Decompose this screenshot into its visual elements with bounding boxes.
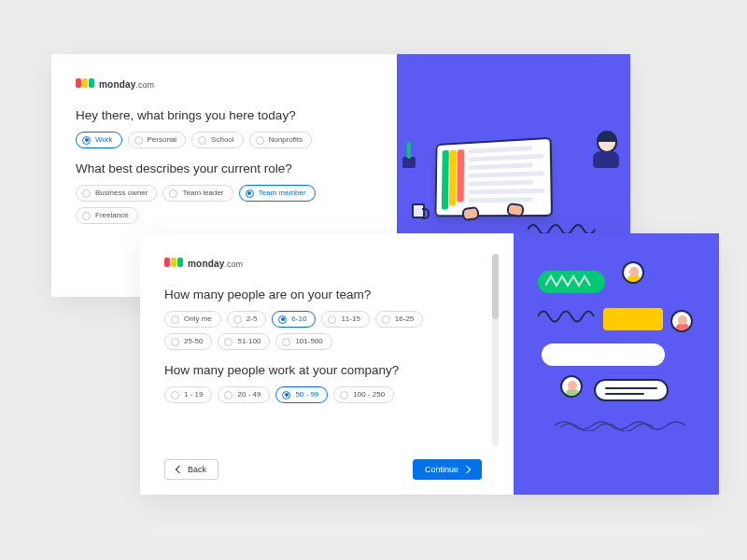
purpose-options: Work Personal School Nonprofits [76,132,373,148]
radio-icon [224,338,233,346]
radio-icon [82,212,91,220]
radio-icon [169,189,177,198]
option-16-25[interactable]: 16-25 [375,311,423,328]
radio-icon [171,315,179,324]
card-2-footer: Back Continue [164,459,482,480]
avatar-icon [560,375,583,398]
illustration-chat-avatars [514,233,719,495]
radio-icon [134,136,143,145]
radio-icon [171,391,179,399]
question-purpose: Hey there, what brings you here today? [76,108,373,122]
card-2-form-panel: monday.com How many people are on your t… [140,233,514,495]
option-11-15[interactable]: 11-15 [321,311,369,328]
chat-bubble-icon [603,308,663,330]
option-team-leader[interactable]: Team leader [162,185,233,202]
option-6-10[interactable]: 6-10 [272,311,316,328]
question-company-size: How many people work at your company? [164,363,482,377]
option-school[interactable]: School [191,132,243,148]
squiggle-icon [538,306,598,327]
option-25-50[interactable]: 25-50 [164,333,212,350]
radio-icon [382,315,390,324]
card-2-illustration-panel [514,233,719,495]
mug-icon [412,203,425,218]
onboarding-card-2: monday.com How many people are on your t… [140,233,719,495]
brand-logo-mark [76,78,94,88]
option-51-100[interactable]: 51-100 [218,333,270,350]
continue-button[interactable]: Continue [413,459,482,480]
chat-bubble-icon [542,343,665,366]
option-nonprofits[interactable]: Nonprofits [249,132,312,148]
option-business-owner[interactable]: Business owner [76,185,157,202]
radio-icon [282,391,290,399]
option-2-5[interactable]: 2-5 [227,311,267,328]
radio-icon [278,315,287,324]
radio-icon [171,338,179,346]
option-101-500[interactable]: 101-500 [275,333,331,350]
option-only-me[interactable]: Only me [164,311,221,328]
option-1-19[interactable]: 1 - 19 [164,386,212,403]
radio-icon [233,315,242,324]
role-options-row2: Freelance [76,207,373,224]
hand-icon [506,203,525,217]
zigzag-icon [545,274,601,289]
chevron-left-icon [176,465,182,474]
option-20-49[interactable]: 20 - 49 [218,386,270,403]
back-button[interactable]: Back [164,459,218,480]
avatar-icon [670,310,693,332]
scribble-icon [555,416,685,431]
option-work[interactable]: Work [76,132,122,148]
radio-icon [82,136,91,145]
scrollbar-track[interactable] [492,254,499,446]
scrollbar-thumb[interactable] [492,254,499,319]
role-options-row1: Business owner Team leader Team member [76,185,373,202]
radio-icon [340,391,348,399]
chat-bubble-lines-icon [594,379,669,401]
brand-logo-mark [164,258,183,267]
option-50-99[interactable]: 50 - 99 [275,386,328,403]
radio-icon [82,189,91,198]
radio-icon [282,338,290,346]
option-100-250[interactable]: 100 - 250 [333,386,394,403]
question-team-size: How many people are on your team? [164,287,482,301]
brand-logo: monday.com [76,75,373,91]
question-role: What best describes your current role? [76,161,373,175]
radio-icon [328,315,336,324]
option-team-member[interactable]: Team member [239,185,316,202]
chevron-right-icon [464,465,470,474]
brand-name: monday.com [188,254,243,271]
laptop-icon [430,140,552,220]
company-size-options: 1 - 19 20 - 49 50 - 99 100 - 250 [164,386,482,403]
person-icon [582,133,623,174]
radio-icon [246,189,254,198]
radio-icon [224,391,233,399]
plant-icon [402,157,416,168]
brand-logo: monday.com [164,254,482,271]
team-size-options-row2: 25-50 51-100 101-500 [164,333,482,350]
option-freelance[interactable]: Freelance [76,207,138,224]
avatar-icon [622,261,644,284]
team-size-options-row1: Only me 2-5 6-10 11-15 16-25 [164,311,482,328]
radio-icon [198,136,206,145]
option-personal[interactable]: Personal [128,132,187,148]
radio-icon [256,136,264,145]
brand-name: monday.com [99,75,154,91]
